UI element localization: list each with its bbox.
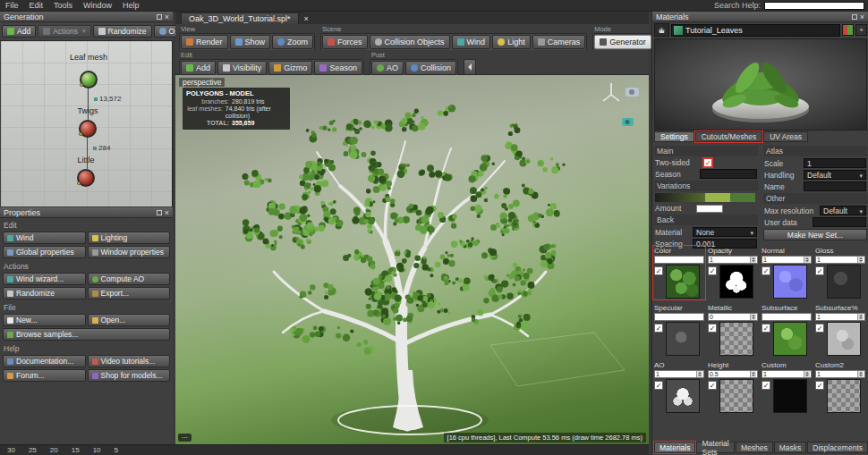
map-enabled-checkbox[interactable] [815,324,824,333]
make-new-set-button[interactable]: Make New Set... [763,229,867,240]
map-cell-metallic[interactable]: Metallic 0 [708,304,758,356]
documentation-button[interactable]: Documentation... [3,355,86,367]
spinner[interactable] [857,371,864,377]
map-value-field[interactable]: 1 [654,370,704,378]
map-enabled-checkbox[interactable] [654,381,663,390]
forum-button[interactable]: Forum... [3,369,86,382]
map-enabled-checkbox[interactable] [762,324,770,333]
subsurface-percent-map-thumbnail[interactable] [827,322,861,356]
node-leaf-mesh[interactable] [80,71,98,88]
global-properties-button[interactable]: Global properties [3,246,86,258]
viewport-3d[interactable]: perspective POLYGONS - MODEL branches: 2… [175,75,649,444]
tab-material-sets[interactable]: Material Sets [696,442,734,453]
gloss-map-thumbnail[interactable] [827,265,861,299]
new-button[interactable]: New... [3,314,86,326]
metallic-map-thumbnail[interactable] [719,322,753,356]
amount-field[interactable] [696,205,723,213]
variation-swatch-1[interactable] [705,193,730,202]
map-enabled-checkbox[interactable] [762,266,770,275]
spinner[interactable] [857,257,864,263]
custom-map-thumbnail[interactable] [773,379,807,413]
map-enabled-checkbox[interactable] [708,381,717,390]
zoom-button[interactable]: Zoom [272,35,313,49]
float-panel-icon[interactable] [157,14,162,20]
map-enabled-checkbox[interactable] [815,266,824,275]
ao-button[interactable]: AO [371,61,404,75]
randomize-button[interactable]: Randomize [3,287,86,299]
show-button[interactable]: Show [230,35,271,49]
color-swatch-field[interactable] [762,313,812,321]
map-value-field[interactable]: 1 [815,370,865,378]
close-panel-icon[interactable] [860,13,864,21]
name-field[interactable] [804,181,866,191]
tab-masks[interactable]: Masks [774,442,807,453]
map-cell-ao[interactable]: AO 1 [654,361,704,413]
node-little[interactable] [77,169,95,187]
spinner[interactable] [750,314,756,320]
spinner[interactable] [750,371,756,377]
map-value-field[interactable]: 1 [762,370,812,378]
browse-samples-button[interactable]: Browse samples... [3,328,170,341]
timeline-ruler[interactable]: 30 25 20 15 10 5 [0,446,118,454]
float-panel-icon[interactable] [852,14,857,20]
map-enabled-checkbox[interactable] [654,324,663,333]
map-value-field[interactable]: 1 [708,256,758,264]
generator-mode-button[interactable]: Generator [594,35,651,49]
map-cell-specular[interactable]: Specular [654,304,704,356]
document-tab[interactable]: Oak_3D_World_Tutorial.spl* [181,13,299,24]
tab-cutouts-meshes[interactable]: Cutouts/Meshes [695,131,762,142]
tab-displacements[interactable]: Displacements [807,442,868,453]
material-name-field[interactable]: Tutorial_Leaves [671,24,840,37]
spinner[interactable] [804,371,810,377]
material-preview[interactable] [654,38,867,131]
spinner[interactable] [750,257,756,263]
visibility-button[interactable]: Visibility [217,61,267,75]
actions-button[interactable]: Actions [38,25,90,38]
season-button[interactable]: Season [314,61,362,75]
map-value-field[interactable]: 1 [762,256,812,264]
shop-models-button[interactable]: Shop for models... [88,369,171,382]
two-sided-checkbox[interactable] [703,158,712,167]
map-value-field[interactable]: 0 [708,313,758,321]
forces-button[interactable]: Forces [322,35,368,49]
menu-file[interactable]: File [0,1,24,10]
map-enabled-checkbox[interactable] [654,266,663,275]
menu-edit[interactable]: Edit [24,1,49,10]
close-document-icon[interactable] [304,13,309,23]
specular-map-thumbnail[interactable] [666,322,700,356]
map-cell-custom[interactable]: Custom 1 [762,361,812,413]
camera-mode-label[interactable]: perspective [179,78,225,87]
spinner[interactable] [804,257,810,263]
compute-ao-button[interactable]: Compute AO [88,273,171,285]
opacity-map-thumbnail[interactable] [719,265,753,299]
wind-button[interactable]: Wind [3,232,86,244]
map-cell-subsurface[interactable]: Subsurface [762,304,812,356]
collision-button[interactable]: Collision [405,61,456,75]
collision-objects-button[interactable]: Collision Objects [370,35,450,49]
season-field[interactable] [700,169,757,179]
user-data-field[interactable] [813,217,866,227]
map-cell-height[interactable]: Height 0.5 [708,361,758,413]
map-enabled-checkbox[interactable] [815,381,824,390]
light-button[interactable]: Light [492,35,531,49]
window-properties-button[interactable]: Window properties [88,246,171,258]
height-map-thumbnail[interactable] [719,379,753,413]
menu-window[interactable]: Window [78,1,117,10]
menu-tools[interactable]: Tools [48,1,78,10]
add-button[interactable]: Add [181,61,216,75]
node-twigs[interactable] [79,120,97,138]
scale-field[interactable]: 1 [804,158,866,168]
close-panel-icon[interactable] [165,13,169,21]
tab-materials[interactable]: Materials [654,442,695,453]
video-camera-icon[interactable] [622,118,634,126]
map-cell-normal[interactable]: Normal 1 [762,247,812,299]
generation-node-graph[interactable]: Leaf mesh 13,572 Twigs 284 Little [1,41,172,206]
variation-gradient-bar[interactable] [655,193,757,202]
add-button[interactable]: Add [2,25,36,38]
max-resolution-dropdown[interactable]: Default [820,206,866,215]
map-cell-subsurface-percent[interactable]: Subsurface% 1 [815,304,865,356]
float-panel-icon[interactable] [157,210,162,215]
variation-swatch-2[interactable] [730,193,755,202]
color-map-thumbnail[interactable] [666,265,700,299]
handling-dropdown[interactable]: Default [804,170,866,180]
